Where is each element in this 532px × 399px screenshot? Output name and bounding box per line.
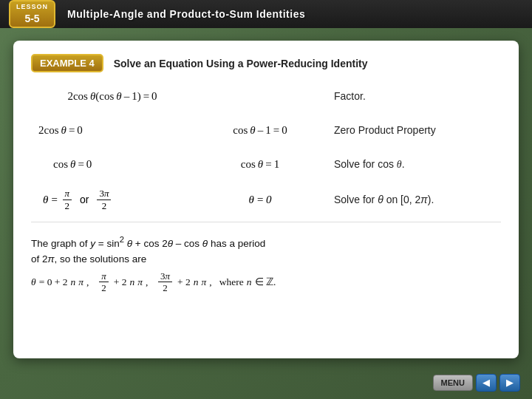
lesson-label: LESSON (16, 3, 48, 12)
3pi-over-2-den: 2 (100, 200, 109, 212)
cos-zero-text: cos θ = 0 (53, 158, 92, 171)
math-row-1: 2cos θ(cos θ – 1) = 0 Factor. (31, 83, 501, 109)
example-badge: EXAMPLE 4 (31, 54, 103, 72)
zero-prop-left-text: 2cos θ = 0 (38, 124, 83, 137)
example-header: EXAMPLE 4 Solve an Equation Using a Powe… (31, 54, 501, 72)
header-bar: LESSON 5-5 Multiple-Angle and Product-to… (0, 0, 532, 28)
solve-cos-text: Solve for cos θ. (334, 158, 405, 171)
theta-symbol-1: θ = (43, 194, 61, 206)
zero-prop-left: 2cos θ = 0 (31, 124, 194, 137)
3pi-over-2-num: 3π (97, 188, 111, 200)
pi-over-2-den: 2 (63, 200, 72, 212)
pi-over-2-num: π (63, 188, 72, 200)
bottom-line-1: The graph of y = sin2 θ + cos 2θ – cos θ… (31, 233, 501, 251)
bottom-3pi-2: 3π 2 (158, 270, 172, 294)
header-title: Multiple-Angle and Product-to-Sum Identi… (67, 8, 305, 20)
lesson-number: 5-5 (16, 12, 48, 25)
formula-cell-1: 2cos θ(cos θ – 1) = 0 (31, 90, 194, 103)
theta-values-right: θ = 0 (194, 194, 327, 206)
zero-product-label: Zero Product Property (334, 124, 436, 136)
next-icon: ▶ (506, 377, 514, 389)
cos-zero-left: cos θ = 0 (31, 158, 194, 171)
separator-line (31, 222, 501, 222)
pi-over-2: π 2 (63, 188, 72, 211)
3pi-over-2: 3π 2 (97, 188, 111, 211)
theta-zero: θ = 0 (249, 194, 272, 206)
menu-button[interactable]: MENU (433, 375, 473, 391)
example-title: Solve an Equation Using a Power-Reducing… (114, 58, 368, 69)
factor-label: Factor. (334, 90, 366, 102)
bottom-line-2: of 2π, so the solutions are (31, 251, 501, 267)
or-text: or (80, 194, 89, 205)
prev-button[interactable]: ◀ (476, 374, 497, 392)
main-content-card: EXAMPLE 4 Solve an Equation Using a Powe… (13, 41, 519, 358)
nav-bar: MENU ◀ ▶ (433, 374, 520, 392)
label-factor: Factor. (327, 90, 501, 102)
bottom-formula: θ = 0 + 2nπ, π 2 + 2nπ, 3π 2 + 2nπ, wher… (31, 270, 276, 294)
lesson-badge: LESSON 5-5 (9, 0, 55, 28)
zero-prop-label: Zero Product Property (327, 124, 501, 136)
prev-icon: ◀ (482, 377, 490, 389)
bottom-paragraph: The graph of y = sin2 θ + cos 2θ – cos θ… (31, 233, 501, 294)
cos-one-right: cos θ = 1 (194, 158, 327, 171)
math-row-4: θ = π 2 or 3π 2 θ = 0 Solve for θ on [0,… (31, 185, 501, 214)
solve-cos-label: Solve for cos θ. (327, 158, 501, 171)
theta-values-left: θ = π 2 or 3π 2 (31, 188, 194, 211)
zero-prop-right: cos θ – 1 = 0 (194, 124, 327, 137)
cos-one-text: cos θ = 1 (241, 158, 279, 171)
solve-theta-label: Solve for θ on [0, 2π). (327, 194, 501, 205)
next-button[interactable]: ▶ (499, 374, 520, 392)
bottom-formula-row: θ = 0 + 2nπ, π 2 + 2nπ, 3π 2 + 2nπ, wher… (31, 270, 501, 294)
solve-theta-text: Solve for θ on [0, 2π). (334, 194, 434, 205)
math-row-3: cos θ = 0 cos θ = 1 Solve for cos θ. (31, 151, 501, 177)
math-row-2: 2cos θ = 0 cos θ – 1 = 0 Zero Product Pr… (31, 117, 501, 143)
bottom-pi-2: π 2 (99, 270, 109, 294)
zero-prop-right-text: cos θ – 1 = 0 (233, 124, 287, 137)
formula-text-1: 2cos θ(cos θ – 1) = 0 (67, 90, 157, 103)
